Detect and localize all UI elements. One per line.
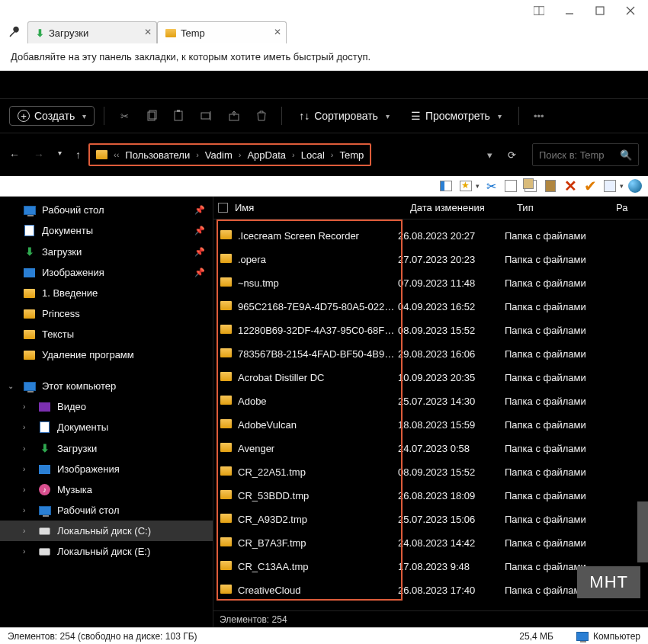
file-row[interactable]: CR_B7A3F.tmp24.08.2023 14:42Папка с файл… [218, 531, 643, 555]
sidebar-item[interactable]: ›Локальный диск (E:) [0, 541, 213, 562]
chevron-down-icon[interactable]: ⌄ [8, 382, 14, 390]
file-row[interactable]: Adobe25.07.2023 14:30Папка с файлами [218, 389, 643, 413]
sidebar-item[interactable]: ›⬇Загрузки [0, 437, 213, 459]
back-icon[interactable]: ← [9, 149, 20, 161]
apply-icon[interactable]: ✔ [582, 178, 598, 194]
sidebar-item[interactable]: ›Видео [0, 396, 213, 417]
folder-icon [23, 330, 36, 339]
search-input[interactable] [539, 149, 615, 161]
column-type[interactable]: Тип [517, 202, 616, 213]
favorites-icon[interactable] [457, 178, 474, 194]
sidebar-this-pc[interactable]: ⌄ Этот компьютер [0, 376, 213, 396]
column-name[interactable]: Имя [235, 202, 410, 213]
cut-icon[interactable]: ✂ [114, 111, 135, 122]
doc-icon [23, 225, 36, 236]
panel-layout-icon[interactable] [438, 178, 454, 194]
file-row[interactable]: 965C2168-7E9A-4D75-80A5-022441CC...04.09… [218, 295, 643, 319]
sort-button[interactable]: ↑↓ Сортировать ▾ [291, 107, 397, 125]
tab-close-icon[interactable]: ✕ [144, 27, 152, 37]
file-row[interactable]: ~nsu.tmp07.09.2023 11:48Папка с файлами [218, 271, 643, 295]
maximize-icon[interactable] [592, 2, 608, 19]
sidebar-item[interactable]: ›Рабочий стол [0, 500, 213, 521]
chevron-right-icon[interactable]: › [23, 402, 25, 411]
chevron-right-icon[interactable]: › [23, 465, 25, 473]
file-list[interactable]: .Icecream Screen Recorder26.08.2023 20:2… [213, 219, 648, 610]
address-dropdown-icon[interactable]: ▾ [479, 149, 500, 161]
sidebar-item[interactable]: ⬇Загрузки📌 [0, 241, 213, 262]
forward-icon[interactable]: → [34, 149, 44, 161]
delete-icon[interactable] [251, 110, 272, 122]
cut-icon[interactable]: ✂ [483, 178, 499, 194]
window-titlebar [0, 0, 648, 21]
file-row[interactable]: 12280B69-32DF-4A37-95C0-68FC2277...08.09… [218, 319, 643, 342]
paste-icon[interactable] [522, 178, 539, 194]
sidebar-item[interactable]: ›Локальный диск (C:) [0, 521, 213, 541]
share-icon[interactable] [223, 110, 245, 122]
file-row[interactable]: 783567B8-2154-4FAD-BF50-4B91B82D...29.08… [218, 342, 643, 366]
globe-icon[interactable] [627, 178, 643, 194]
file-row[interactable]: .Icecream Screen Recorder26.08.2023 20:2… [218, 224, 643, 248]
rename-icon[interactable] [196, 110, 217, 122]
sidebar-item[interactable]: Изображения📌 [0, 262, 213, 283]
file-row[interactable]: CR_53BDD.tmp26.08.2023 18:09Папка с файл… [218, 484, 643, 508]
folder-icon [218, 514, 238, 525]
breadcrumb-item[interactable]: AppData [247, 149, 286, 161]
copy-icon[interactable] [502, 178, 519, 194]
file-row[interactable]: AdobeVulcan18.08.2023 15:59Папка с файла… [218, 413, 643, 437]
file-date: 25.07.2023 14:30 [398, 396, 505, 407]
sidebar-item[interactable]: Удаление программ [0, 344, 213, 365]
chevron-right-icon[interactable]: › [23, 527, 25, 535]
chevron-right-icon[interactable]: › [23, 547, 25, 556]
scrollbar-thumb[interactable] [637, 501, 648, 562]
paste-icon[interactable] [168, 110, 190, 122]
search-box[interactable]: 🔍 [532, 143, 639, 166]
sidebar-item[interactable]: Тексты [0, 324, 213, 344]
sidebar-item[interactable]: ›Изображения [0, 459, 213, 479]
sidebar-item[interactable]: 1. Введение [0, 283, 213, 303]
chevron-right-icon[interactable]: › [23, 444, 25, 453]
breadcrumb-item[interactable]: Пользователи [125, 149, 190, 161]
delete-icon[interactable]: ✕ [562, 178, 579, 194]
tabs-panel-icon[interactable] [531, 2, 547, 19]
sidebar-item[interactable]: Документы📌 [0, 220, 213, 241]
breadcrumb-item[interactable]: Temp [339, 149, 364, 161]
search-icon[interactable]: 🔍 [620, 149, 632, 161]
copy-icon[interactable] [141, 110, 162, 122]
select-all-checkbox[interactable] [218, 203, 228, 213]
file-row[interactable]: CR_A93D2.tmp25.07.2023 15:06Папка с файл… [218, 508, 643, 531]
sidebar-item[interactable]: Рабочий стол📌 [0, 200, 213, 220]
folder-icon [218, 561, 238, 572]
pin-icon: 📌 [194, 205, 205, 215]
properties-icon[interactable] [601, 178, 618, 194]
chevron-right-icon[interactable]: › [23, 423, 25, 431]
file-row[interactable]: CR_22A51.tmp08.09.2023 15:52Папка с файл… [218, 460, 643, 484]
tab-downloads[interactable]: ⬇ Загрузки ✕ [27, 21, 157, 43]
sidebar-item[interactable]: ›♪Музыка [0, 479, 213, 500]
file-row[interactable]: Acrobat Distiller DC10.09.2023 20:35Папк… [218, 366, 643, 389]
sidebar-item[interactable]: ›Документы [0, 417, 213, 437]
minimize-icon[interactable] [561, 2, 578, 19]
breadcrumb-item[interactable]: Local [301, 149, 325, 161]
create-button[interactable]: + Создать ▾ [9, 106, 95, 126]
clipboard-icon[interactable] [542, 178, 559, 194]
up-icon[interactable]: ↑ [75, 149, 81, 161]
view-button[interactable]: ☰ Просмотреть ▾ [403, 107, 509, 125]
column-ra[interactable]: Ра [616, 202, 648, 213]
file-row[interactable]: Avenger24.07.2023 0:58Папка с файлами [218, 437, 643, 460]
more-icon[interactable]: ••• [528, 111, 550, 122]
column-date[interactable]: Дата изменения [410, 202, 517, 213]
refresh-icon[interactable]: ⟳ [508, 149, 524, 161]
file-row[interactable]: .opera27.07.2023 20:23Папка с файлами [218, 248, 643, 271]
sidebar-item[interactable]: Princess [0, 303, 213, 324]
close-icon[interactable] [622, 2, 639, 19]
breadcrumb-item[interactable]: Vadim [205, 149, 233, 161]
tab-temp[interactable]: Temp ✕ [157, 21, 287, 43]
folder-icon [23, 309, 36, 319]
chevron-right-icon[interactable]: › [23, 485, 25, 494]
breadcrumb[interactable]: ‹‹ Пользователи› Vadim› AppData› Local› … [88, 143, 371, 166]
folder-icon [218, 301, 238, 312]
chevron-right-icon[interactable]: › [23, 506, 25, 514]
chevron-down-icon[interactable]: ▾ [58, 149, 62, 161]
wrench-icon[interactable] [0, 26, 27, 40]
tab-close-icon[interactable]: ✕ [274, 27, 281, 37]
